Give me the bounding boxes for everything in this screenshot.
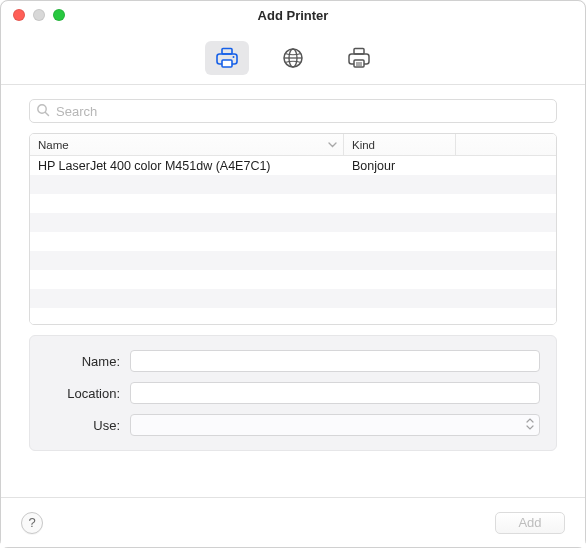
printer-details-panel: Name: Location: Use: [29, 335, 557, 451]
column-header-kind[interactable]: Kind [344, 134, 456, 155]
table-header: Name Kind [30, 134, 556, 156]
titlebar: Add Printer [1, 1, 585, 29]
table-row[interactable]: HP LaserJet 400 color M451dw (A4E7C1)Bon… [30, 156, 556, 175]
cell-name: HP LaserJet 400 color M451dw (A4E7C1) [30, 159, 344, 173]
cell-kind: Bonjour [344, 159, 456, 173]
add-printer-window: Add Printer [0, 0, 586, 548]
svg-rect-8 [354, 48, 364, 54]
table-row [30, 213, 556, 232]
chevron-down-icon [328, 139, 337, 151]
use-select[interactable] [130, 414, 540, 436]
table-row [30, 289, 556, 308]
minimize-window-button [33, 9, 45, 21]
tab-default[interactable] [205, 41, 249, 75]
table-row [30, 194, 556, 213]
location-label: Location: [46, 386, 120, 401]
help-button[interactable]: ? [21, 512, 43, 534]
printer-table: Name Kind HP LaserJet 400 color M451dw (… [29, 133, 557, 325]
table-row [30, 270, 556, 289]
search-input[interactable] [50, 104, 550, 119]
svg-rect-1 [222, 48, 232, 54]
table-row [30, 175, 556, 194]
add-button[interactable]: Add [495, 512, 565, 534]
name-label: Name: [46, 354, 120, 369]
tab-ip[interactable] [271, 41, 315, 75]
svg-line-13 [45, 112, 48, 115]
printer-default-icon [214, 47, 240, 69]
window-title: Add Printer [1, 8, 585, 23]
column-header-spacer [456, 134, 556, 155]
close-window-button[interactable] [13, 9, 25, 21]
name-field[interactable] [130, 350, 540, 372]
printer-advanced-icon [346, 47, 372, 69]
svg-rect-2 [222, 60, 232, 67]
column-header-name-label: Name [38, 139, 69, 151]
search-field-wrap[interactable] [29, 99, 557, 123]
search-icon [36, 103, 50, 120]
table-row [30, 308, 556, 324]
globe-icon [282, 47, 304, 69]
column-header-name[interactable]: Name [30, 134, 344, 155]
table-body[interactable]: HP LaserJet 400 color M451dw (A4E7C1)Bon… [30, 156, 556, 324]
content-area: Name Kind HP LaserJet 400 color M451dw (… [1, 85, 585, 497]
zoom-window-button[interactable] [53, 9, 65, 21]
svg-point-3 [233, 56, 235, 58]
table-row [30, 251, 556, 270]
location-field[interactable] [130, 382, 540, 404]
table-row [30, 232, 556, 251]
help-icon: ? [28, 515, 35, 530]
column-header-kind-label: Kind [352, 139, 375, 151]
toolbar [1, 29, 585, 85]
footer: ? Add [1, 497, 585, 547]
traffic-lights [13, 9, 65, 21]
use-label: Use: [46, 418, 120, 433]
tab-windows[interactable] [337, 41, 381, 75]
